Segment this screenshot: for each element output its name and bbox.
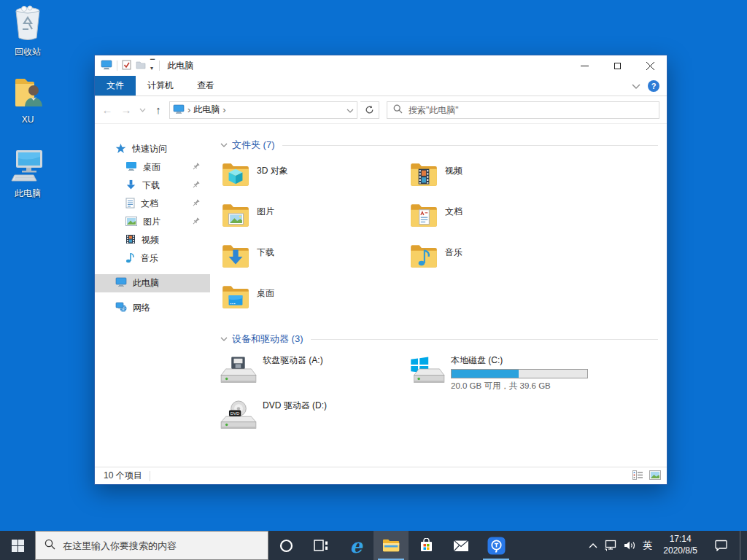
folder-pictures[interactable]: 图片 [220, 200, 409, 241]
edge-button[interactable]: e [338, 531, 374, 560]
pin-icon [192, 199, 200, 209]
network-status-button[interactable] [604, 531, 617, 560]
folder-videos[interactable]: 视频 [409, 159, 597, 200]
folder-desktop-icon [220, 281, 251, 312]
divider [311, 339, 659, 340]
items-view: 文件夹 (7) 3D 对象 [210, 124, 667, 467]
quick-access-toolbar: ▔▾ 此电脑 [95, 55, 193, 76]
sidebar-item-music[interactable]: 音乐 [95, 249, 210, 268]
folder-music-icon [409, 241, 439, 271]
help-icon[interactable]: ? [648, 80, 659, 92]
item-label: 3D 对象 [257, 165, 288, 177]
pictures-icon [125, 217, 137, 228]
item-label: 视频 [445, 165, 462, 177]
expand-ribbon-icon[interactable] [632, 81, 640, 91]
sidebar-item-desktop[interactable]: 桌面 [95, 158, 210, 176]
tab-computer[interactable]: 计算机 [136, 76, 185, 96]
group-header-devices[interactable]: 设备和驱动器 (3) [220, 332, 658, 346]
folder-downloads-icon [220, 241, 251, 271]
hidden-icons-button[interactable] [589, 531, 597, 560]
customize-toolbar-icon[interactable]: ▔▾ [150, 60, 155, 71]
dvd-drive-icon: DVD [220, 400, 257, 430]
folder-desktop[interactable]: 桌面 [220, 281, 409, 322]
folder-3d-objects[interactable]: 3D 对象 [220, 159, 409, 200]
folder-videos-icon [409, 159, 439, 190]
quick-access-star-icon [115, 143, 126, 156]
content-area: 快速访问 桌面 [95, 124, 667, 467]
devices-grid: 软盘驱动器 (A:) [220, 353, 658, 443]
desktop-icon-recycle-bin[interactable]: 回收站 [0, 4, 55, 58]
desktop-icon-user-folder[interactable]: XU [0, 74, 55, 125]
breadcrumb[interactable]: 此电脑 [193, 104, 220, 116]
explorer-search-box[interactable] [387, 101, 659, 119]
maximize-button[interactable] [601, 55, 634, 76]
app-icon [101, 60, 112, 72]
time: 17:14 [670, 534, 692, 544]
close-button[interactable] [634, 55, 667, 76]
details-view-icon[interactable] [632, 470, 643, 482]
breadcrumb-chevron-icon[interactable]: › [222, 104, 225, 115]
videos-icon [125, 234, 136, 246]
thumbnail-view-icon[interactable] [649, 470, 661, 482]
taskbar-search-input[interactable] [63, 540, 259, 551]
refresh-button[interactable] [360, 101, 379, 119]
network-icon [115, 302, 127, 314]
cortana-button[interactable] [268, 531, 303, 560]
folder-downloads[interactable]: 下载 [220, 241, 409, 281]
group-header-folders[interactable]: 文件夹 (7) [220, 139, 658, 152]
item-label: 软盘驱动器 (A:) [263, 354, 323, 367]
sidebar-item-documents[interactable]: 文档 [95, 195, 210, 213]
drive-dvd-d[interactable]: DVD DVD 驱动器 (D:) [220, 398, 409, 443]
action-center-button[interactable] [708, 531, 733, 560]
drive-local-c[interactable]: 本地磁盘 (C:) 20.0 GB 可用，共 39.6 GB [409, 353, 597, 398]
task-view-button[interactable] [303, 531, 338, 560]
clock[interactable]: 17:14 2020/8/5 [659, 531, 702, 560]
taskbar-search-box[interactable] [35, 531, 268, 560]
disk-usage-fill [452, 370, 519, 378]
titlebar[interactable]: ▔▾ 此电脑 [95, 55, 667, 76]
minimize-button[interactable] [568, 55, 601, 76]
computer-icon [115, 277, 127, 289]
forward-button[interactable]: → [118, 101, 134, 119]
tab-file[interactable]: 文件 [95, 76, 136, 96]
back-button[interactable]: ← [99, 101, 115, 119]
file-explorer-button[interactable] [374, 531, 409, 560]
file-explorer-window: ▔▾ 此电脑 文件 计算机 查看 ? ← → [94, 55, 667, 485]
sidebar-item-downloads[interactable]: 下载 [95, 176, 210, 195]
local-disk-icon [409, 354, 445, 385]
desktop-icon-this-pc[interactable]: 此电脑 [0, 146, 55, 200]
breadcrumb-chevron-icon[interactable]: › [187, 104, 190, 115]
search-input[interactable] [409, 105, 653, 115]
this-pc-icon [9, 176, 47, 186]
volume-button[interactable] [624, 531, 636, 560]
separator [117, 61, 117, 71]
sidebar-item-this-pc[interactable]: 此电脑 [95, 274, 210, 292]
recent-locations-icon[interactable] [137, 101, 147, 119]
sidebar-item-videos[interactable]: 视频 [95, 231, 210, 249]
todesk-button[interactable] [479, 531, 514, 560]
ribbon-tabs: 文件 计算机 查看 ? [95, 76, 667, 96]
new-folder-icon[interactable] [136, 61, 146, 71]
folder-pictures-icon [220, 200, 251, 230]
sidebar-item-pictures[interactable]: 图片 [95, 213, 210, 231]
address-dropdown-icon[interactable] [347, 105, 354, 115]
sidebar-item-network[interactable]: 网络 [95, 299, 210, 317]
mail-button[interactable] [444, 531, 479, 560]
sidebar-item-quick-access[interactable]: 快速访问 [95, 140, 210, 158]
ethernet-icon [604, 540, 617, 551]
folder-documents[interactable]: 文档 [409, 200, 597, 241]
separator [159, 61, 160, 71]
folder-music[interactable]: 音乐 [409, 241, 597, 281]
drive-floppy-a[interactable]: 软盘驱动器 (A:) [220, 353, 409, 398]
address-bar[interactable]: › 此电脑 › [169, 101, 357, 119]
pin-icon [192, 163, 200, 173]
start-button[interactable] [0, 531, 35, 560]
ime-indicator[interactable]: 英 [643, 531, 652, 560]
store-button[interactable] [409, 531, 444, 560]
properties-icon[interactable] [122, 60, 131, 72]
group-title: 文件夹 (7) [232, 139, 275, 152]
tab-view[interactable]: 查看 [185, 76, 226, 96]
up-button[interactable]: ↑ [150, 101, 166, 119]
show-desktop-button[interactable] [740, 531, 744, 560]
desktop-root: { "desktop": { "icons": [ { "label": "回收… [0, 0, 747, 560]
